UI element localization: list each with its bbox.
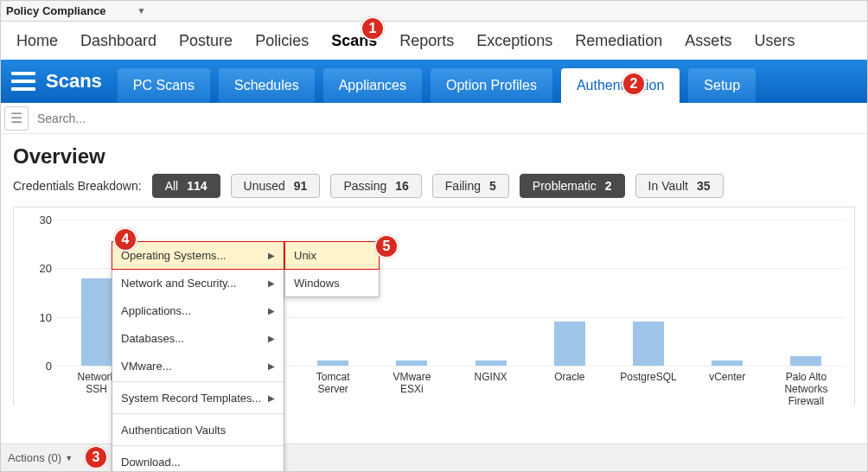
submenu-arrow-icon: ▶	[268, 334, 275, 343]
sub-nav: Scans PC Scans Schedules Appliances Opti…	[1, 60, 867, 103]
menu-item[interactable]: Applications...▶	[112, 297, 284, 324]
pill-all[interactable]: All114	[152, 174, 220, 198]
nav-exceptions[interactable]: Exceptions	[476, 32, 552, 50]
submenu-arrow-icon: ▶	[268, 278, 275, 288]
menu-item[interactable]: Databases...▶	[112, 324, 284, 352]
search-row: ☰	[1, 103, 867, 134]
callout-2: 2	[622, 72, 646, 96]
nav-remediation[interactable]: Remediation	[575, 32, 662, 50]
nav-posture[interactable]: Posture	[179, 32, 233, 50]
callout-4: 4	[113, 227, 137, 252]
chart-y-axis: 0102030	[14, 220, 57, 366]
chart-bar[interactable]	[554, 322, 585, 366]
chart-bar[interactable]	[475, 360, 507, 366]
submenu-item[interactable]: Unix	[284, 241, 380, 270]
chart-bar[interactable]	[396, 360, 427, 366]
tab-schedules[interactable]: Schedules	[219, 68, 315, 103]
callout-3: 3	[84, 445, 108, 469]
chart-bar[interactable]	[317, 360, 348, 366]
chevron-down-icon: ▼	[65, 454, 73, 462]
chart-xlabel: VMwareESXi	[381, 371, 442, 395]
submenu-arrow-icon: ▶	[268, 393, 275, 403]
page-title: Overview	[13, 144, 855, 169]
breakdown-label: Credentials Breakdown:	[13, 179, 142, 193]
list-view-icon[interactable]: ☰	[4, 106, 29, 131]
chart-xlabel: Oracle	[539, 371, 600, 383]
tab-pc-scans[interactable]: PC Scans	[118, 68, 210, 103]
callout-5: 5	[374, 234, 399, 258]
chart-xlabel: NGINX	[461, 371, 521, 383]
menu-item-label: VMware...	[121, 360, 172, 373]
menu-item[interactable]: Operating Systems...▶	[112, 241, 284, 270]
submenu-arrow-icon: ▶	[268, 251, 275, 260]
menu-item-label: Authentication Vaults	[121, 424, 226, 437]
chart-xlabel: TomcatServer	[303, 371, 363, 395]
menu-item[interactable]: Download...	[112, 448, 284, 472]
chart-bar[interactable]	[81, 278, 112, 366]
menu-item-label: Operating Systems...	[121, 249, 226, 262]
menu-item[interactable]: Authentication Vaults	[112, 416, 284, 443]
pill-unused[interactable]: Unused91	[231, 174, 321, 198]
submenu-item[interactable]: Windows	[285, 269, 379, 297]
app-switcher-bar: Policy Compliance ▼	[1, 1, 867, 22]
submenu-arrow-icon: ▶	[268, 306, 275, 316]
nav-dashboard[interactable]: Dashboard	[80, 32, 156, 50]
nav-policies[interactable]: Policies	[255, 32, 309, 50]
chart-xlabel: PostgreSQL	[618, 371, 679, 383]
pill-invault[interactable]: In Vault35	[635, 174, 724, 198]
search-input[interactable]	[32, 104, 867, 133]
menu-item-label: Download...	[121, 456, 181, 469]
sub-nav-title: Scans	[46, 70, 102, 92]
chevron-down-icon[interactable]: ▼	[137, 6, 146, 16]
chart-ytick: 30	[40, 214, 52, 226]
main-nav: Home Dashboard Posture Policies Scans Re…	[1, 22, 867, 60]
nav-users[interactable]: Users	[754, 32, 795, 50]
menu-item-label: System Record Templates...	[121, 392, 261, 405]
chart-ytick: 20	[40, 262, 52, 275]
menu-item-label: Databases...	[121, 332, 184, 345]
overview-section: Overview Credentials Breakdown: All114 U…	[1, 134, 867, 198]
menu-item[interactable]: Network and Security...▶	[112, 269, 284, 297]
nav-reports[interactable]: Reports	[399, 32, 454, 50]
tab-authentication[interactable]: Authentication	[561, 68, 680, 103]
menu-item-label: Network and Security...	[121, 277, 236, 290]
pill-passing[interactable]: Passing16	[330, 174, 421, 198]
pill-problematic[interactable]: Problematic2	[520, 174, 625, 198]
menu-item-label: Applications...	[121, 304, 191, 317]
list-icon	[11, 72, 35, 91]
chart-bar[interactable]	[790, 356, 821, 366]
chart-bar[interactable]	[712, 360, 743, 366]
os-submenu: UnixWindows	[284, 241, 380, 297]
chart-ytick: 10	[40, 310, 52, 323]
nav-assets[interactable]: Assets	[685, 32, 731, 50]
callout-1: 1	[361, 16, 385, 41]
tab-option-profiles[interactable]: Option Profiles	[431, 68, 552, 103]
chart-bar[interactable]	[633, 322, 664, 366]
chart-ytick: 0	[46, 360, 52, 373]
nav-home[interactable]: Home	[16, 32, 58, 50]
app-name: Policy Compliance	[6, 4, 106, 17]
chart-xlabel: Palo AltoNetworksFirewall	[775, 371, 836, 407]
actions-button[interactable]: Actions (0)▼	[8, 451, 73, 464]
tab-setup[interactable]: Setup	[688, 68, 756, 103]
pill-failing[interactable]: Failing5	[432, 174, 509, 198]
new-context-menu: Operating Systems...▶Network and Securit…	[112, 241, 284, 472]
menu-item[interactable]: System Record Templates...▶	[112, 384, 284, 411]
tab-appliances[interactable]: Appliances	[323, 68, 422, 103]
chart-xlabel: vCenter	[697, 371, 757, 383]
submenu-arrow-icon: ▶	[268, 361, 275, 371]
menu-item[interactable]: VMware...▶	[112, 352, 284, 380]
